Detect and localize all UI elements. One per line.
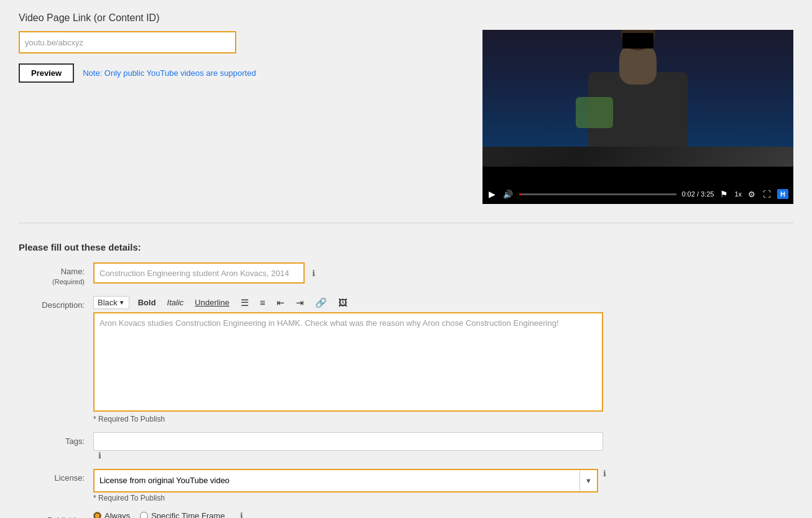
name-label: Name: (Required)	[19, 262, 93, 287]
license-dropdown-arrow-icon: ▼	[579, 470, 597, 491]
specific-time-radio[interactable]	[140, 512, 148, 518]
indent-right-button[interactable]: ⇥	[293, 296, 307, 310]
publishing-content: Always Specific Time Frame ℹ	[93, 511, 603, 518]
color-select[interactable]: Black ▼	[93, 296, 129, 309]
volume-button[interactable]: 🔊	[502, 190, 514, 199]
video-player: YouTube Draft Entry 🕐 Watch later ↗ Shar…	[482, 30, 793, 204]
description-content: Black ▼ Bold Italic Underline ☰ ≡ ⇤ ⇥ 🔗 …	[93, 296, 603, 423]
fullscreen-button[interactable]: ⛶	[762, 190, 772, 199]
video-controls: ▶ 🔊 0:02 / 3:25 ⚑ 1x ⚙ ⛶ H	[482, 184, 793, 204]
specific-time-label: Specific Time Frame	[151, 511, 224, 518]
name-row: Name: (Required) ℹ	[19, 262, 793, 287]
italic-button[interactable]: Italic	[165, 297, 187, 308]
settings-button[interactable]: ⚙	[747, 190, 757, 199]
description-row: Description: Black ▼ Bold Italic Underli…	[19, 296, 793, 423]
license-content: License from original YouTube video Crea…	[93, 469, 603, 502]
description-textarea[interactable]: Aron Kovacs studies Construction Enginee…	[93, 312, 603, 412]
description-toolbar: Black ▼ Bold Italic Underline ☰ ≡ ⇤ ⇥ 🔗 …	[93, 296, 603, 310]
license-label: License:	[19, 469, 93, 484]
publishing-label: Publishing Schedule:	[19, 511, 93, 518]
underline-button[interactable]: Underline	[192, 297, 232, 308]
license-info-icon[interactable]: ℹ	[603, 469, 606, 478]
speed-button[interactable]: 1x	[734, 190, 742, 198]
license-row: License: License from original YouTube v…	[19, 469, 793, 502]
tags-info-icon[interactable]: ℹ	[98, 451, 101, 460]
tags-label: Tags:	[19, 432, 93, 447]
color-dropdown-arrow-icon: ▼	[119, 299, 125, 306]
time-display: 0:02 / 3:25	[681, 190, 714, 198]
ordered-list-button[interactable]: ≡	[257, 296, 268, 309]
always-radio[interactable]	[93, 512, 101, 518]
progress-bar[interactable]	[519, 193, 676, 195]
description-required-label: * Required To Publish	[93, 415, 603, 423]
publishing-row: Publishing Schedule: Always Specific Tim…	[19, 511, 793, 518]
name-info-icon[interactable]: ℹ	[312, 269, 315, 278]
tags-row: Tags: ℹ	[19, 432, 793, 460]
video-link-label: Video Page Link (or Content ID)	[19, 12, 470, 24]
license-select-wrapper: License from original YouTube video Crea…	[93, 469, 598, 493]
video-thumbnail	[482, 30, 793, 167]
preview-note: Note: Only public YouTube videos are sup…	[83, 68, 256, 78]
video-url-input[interactable]	[19, 31, 236, 53]
progress-filled	[519, 193, 521, 195]
color-label: Black	[98, 298, 118, 307]
always-option[interactable]: Always	[93, 511, 130, 518]
tags-input[interactable]	[93, 432, 603, 451]
unordered-list-button[interactable]: ☰	[238, 296, 251, 310]
name-content: ℹ	[93, 262, 603, 284]
play-pause-button[interactable]: ▶	[487, 189, 497, 199]
brand-button[interactable]: H	[777, 189, 788, 199]
publishing-info-icon[interactable]: ℹ	[240, 511, 243, 518]
link-button[interactable]: 🔗	[313, 296, 330, 310]
indent-left-button[interactable]: ⇤	[274, 296, 287, 310]
flag-button[interactable]: ⚑	[719, 189, 729, 199]
license-select[interactable]: License from original YouTube video Crea…	[95, 470, 579, 491]
description-label: Description:	[19, 296, 93, 311]
preview-button[interactable]: Preview	[19, 63, 74, 83]
bold-button[interactable]: Bold	[136, 297, 159, 308]
details-section: Please fill out these details: Name: (Re…	[19, 236, 793, 518]
details-title: Please fill out these details:	[19, 242, 793, 252]
license-select-row: License from original YouTube video Crea…	[93, 469, 603, 493]
name-input[interactable]	[93, 262, 305, 284]
license-required-label: * Required To Publish	[93, 494, 603, 502]
always-label: Always	[104, 511, 130, 518]
tags-content: ℹ	[93, 432, 603, 460]
specific-time-option[interactable]: Specific Time Frame	[140, 511, 224, 518]
separator	[19, 223, 793, 223]
image-button[interactable]: 🖼	[336, 296, 350, 309]
